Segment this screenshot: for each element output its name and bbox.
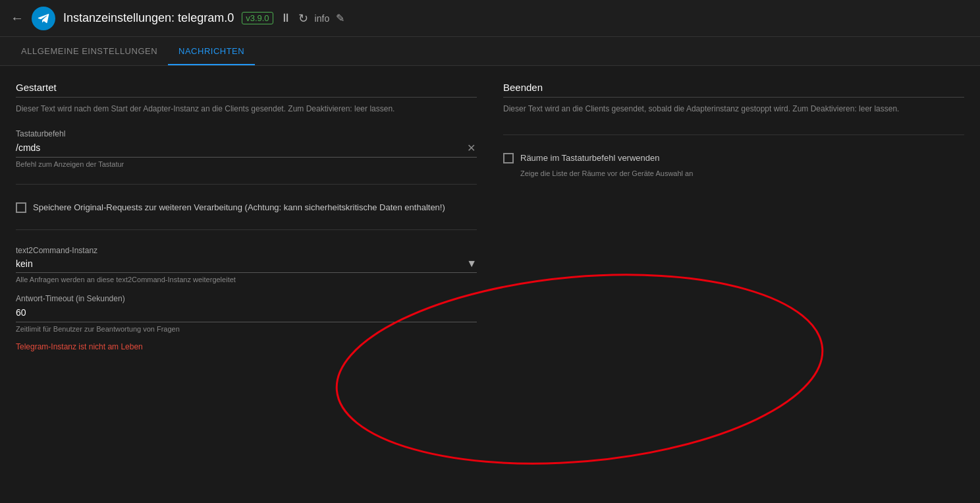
tastaturbefehl-label: Tastaturbefehl — [16, 129, 477, 138]
refresh-button[interactable]: ↻ — [298, 11, 308, 26]
version-badge: v3.9.0 — [242, 12, 273, 24]
telegram-logo — [32, 7, 55, 30]
raeume-checkbox-row: Räume im Tastaturbefehl verwenden — [503, 152, 964, 164]
right-column: Beenden Dieser Text wird an die Clients … — [503, 82, 964, 351]
text2command-label: text2Command-Instanz — [16, 246, 477, 255]
edit-button[interactable]: ✎ — [336, 12, 344, 24]
text2command-hint: Alle Anfragen werden an diese text2Comma… — [16, 276, 477, 283]
beenden-desc: Dieser Text wird an die Clients gesendet… — [503, 103, 964, 115]
gestartet-title: Gestartet — [16, 82, 477, 98]
page-title: Instanzeinstellungen: telegram.0 — [63, 11, 234, 25]
tabs-bar: ALLGEMEINE EINSTELLUNGEN NACHRICHTEN — [0, 37, 980, 66]
divider-1 — [16, 184, 477, 185]
tab-allgemeine-einstellungen[interactable]: ALLGEMEINE EINSTELLUNGEN — [11, 38, 168, 65]
text2command-select-wrap[interactable]: kein ▼ — [16, 258, 477, 273]
dropdown-arrow-icon: ▼ — [466, 258, 477, 270]
info-link[interactable]: info — [315, 13, 330, 24]
tastaturbefehl-clear-button[interactable]: ✕ — [466, 142, 477, 154]
antwort-timeout-field-wrap — [16, 306, 477, 322]
divider-2 — [16, 229, 477, 230]
beenden-title: Beenden — [503, 82, 964, 98]
antwort-timeout-input[interactable] — [16, 306, 477, 319]
save-original-checkbox[interactable] — [16, 202, 26, 213]
main-content: Gestartet Dieser Text wird nach dem Star… — [0, 66, 980, 367]
save-original-row: Speichere Original-Requests zur weiteren… — [16, 202, 477, 214]
instance-status: Telegram-Instanz ist nicht am Leben — [16, 342, 477, 351]
tab-nachrichten[interactable]: NACHRICHTEN — [168, 38, 255, 65]
raeume-hint: Zeige die Liste der Räume vor der Geräte… — [520, 169, 964, 177]
tastaturbefehl-field-wrap: ✕ — [16, 141, 477, 158]
antwort-timeout-hint: Zeitlimit für Benutzer zur Beantwortung … — [16, 325, 477, 333]
raeume-label: Räume im Tastaturbefehl verwenden — [520, 152, 660, 164]
tastaturbefehl-hint: Befehl zum Anzeigen der Tastatur — [16, 160, 477, 168]
header-action-icons: ⏸ ↻ info ✎ — [280, 11, 345, 26]
text2command-value: kein — [16, 258, 466, 269]
save-original-label: Speichere Original-Requests zur weiteren… — [33, 202, 445, 214]
raeume-checkbox[interactable] — [503, 153, 514, 163]
pause-button[interactable]: ⏸ — [280, 11, 292, 25]
right-divider-1 — [503, 134, 964, 135]
tastaturbefehl-input[interactable] — [16, 141, 466, 154]
gestartet-desc: Dieser Text wird nach dem Start der Adap… — [16, 103, 477, 115]
back-button[interactable]: ← — [11, 11, 24, 26]
left-column: Gestartet Dieser Text wird nach dem Star… — [16, 82, 477, 351]
antwort-timeout-label: Antwort-Timeout (in Sekunden) — [16, 294, 477, 303]
